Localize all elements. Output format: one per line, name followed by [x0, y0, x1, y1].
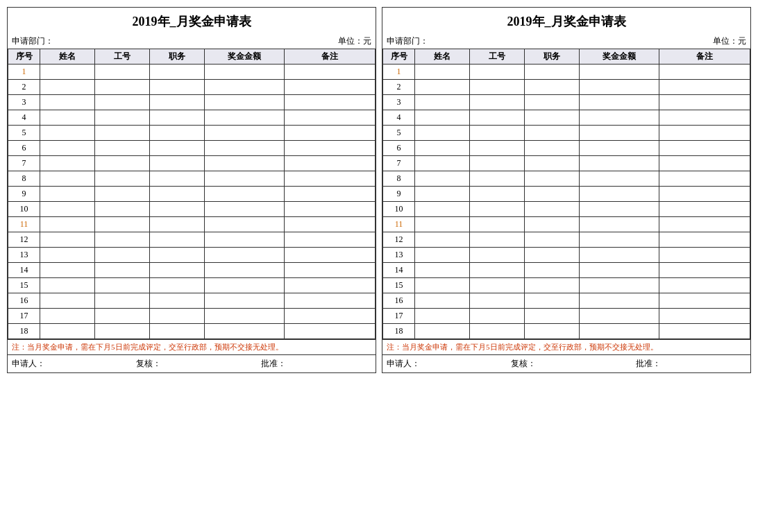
col-header-2-0: 序号	[383, 49, 415, 65]
data-cell-1-11-3	[149, 232, 204, 248]
table-row: 7	[383, 156, 750, 171]
col-header-2-2: 工号	[469, 49, 524, 65]
seq-cell-1-15: 16	[8, 293, 40, 309]
table-row: 3	[383, 95, 750, 110]
data-cell-2-12-3	[524, 248, 579, 263]
data-cell-1-5-1	[40, 141, 95, 156]
table-row: 1	[383, 65, 750, 80]
data-cell-1-8-4	[204, 187, 284, 202]
table-row: 10	[383, 202, 750, 217]
footer-sign-2: 申请人：复核：批准：	[382, 354, 750, 372]
form-block-2: 2019年_月奖金申请表申请部门：单位：元序号姓名工号职务奖金金额备注12345…	[382, 7, 751, 373]
data-cell-2-6-1	[415, 156, 470, 171]
seq-cell-2-15: 16	[383, 293, 415, 309]
data-cell-1-4-3	[149, 126, 204, 141]
table-row: 17	[8, 309, 376, 324]
data-cell-1-2-5	[284, 95, 375, 110]
unit-label-1: 单位：元	[338, 35, 371, 47]
data-cell-2-3-3	[524, 110, 579, 126]
data-cell-1-7-1	[40, 171, 95, 187]
table-row: 5	[383, 126, 750, 141]
data-cell-1-6-1	[40, 156, 95, 171]
data-cell-2-16-3	[524, 309, 579, 324]
data-cell-2-15-5	[659, 293, 750, 309]
data-cell-1-3-3	[149, 110, 204, 126]
data-cell-2-5-2	[469, 141, 524, 156]
data-cell-1-17-3	[149, 324, 204, 339]
data-cell-1-5-5	[284, 141, 375, 156]
table-row: 3	[8, 95, 376, 110]
seq-cell-2-8: 9	[383, 187, 415, 202]
seq-cell-1-2: 3	[8, 95, 40, 110]
data-cell-1-6-5	[284, 156, 375, 171]
data-cell-2-1-5	[659, 80, 750, 95]
data-cell-1-1-2	[94, 80, 149, 95]
data-cell-2-2-5	[659, 95, 750, 110]
data-cell-2-8-2	[469, 187, 524, 202]
seq-cell-1-16: 17	[8, 309, 40, 324]
data-cell-1-3-4	[204, 110, 284, 126]
table-row: 8	[8, 171, 376, 187]
data-cell-2-4-2	[469, 126, 524, 141]
data-cell-2-4-1	[415, 126, 470, 141]
data-cell-1-13-2	[94, 263, 149, 278]
data-cell-1-9-5	[284, 202, 375, 217]
data-cell-2-14-5	[659, 278, 750, 293]
seq-cell-1-6: 7	[8, 156, 40, 171]
data-cell-1-9-2	[94, 202, 149, 217]
col-header-2-1: 姓名	[415, 49, 470, 65]
data-cell-1-12-2	[94, 248, 149, 263]
data-cell-2-9-3	[524, 202, 579, 217]
table-row: 13	[8, 248, 376, 263]
data-cell-1-5-4	[204, 141, 284, 156]
data-cell-2-13-3	[524, 263, 579, 278]
data-cell-1-1-3	[149, 80, 204, 95]
seq-cell-2-3: 4	[383, 110, 415, 126]
seq-cell-1-3: 4	[8, 110, 40, 126]
data-cell-2-8-3	[524, 187, 579, 202]
table-row: 2	[8, 80, 376, 95]
seq-cell-1-14: 15	[8, 278, 40, 293]
table-row: 10	[8, 202, 376, 217]
seq-cell-2-12: 13	[383, 248, 415, 263]
data-cell-1-15-5	[284, 293, 375, 309]
data-cell-1-17-4	[204, 324, 284, 339]
seq-cell-2-9: 10	[383, 202, 415, 217]
table-row: 6	[383, 141, 750, 156]
data-cell-2-14-4	[579, 278, 659, 293]
data-cell-1-0-2	[94, 65, 149, 80]
data-cell-2-17-5	[659, 324, 750, 339]
data-cell-1-2-1	[40, 95, 95, 110]
data-cell-2-7-5	[659, 171, 750, 187]
seq-cell-2-2: 3	[383, 95, 415, 110]
table-row: 7	[8, 156, 376, 171]
data-cell-2-16-1	[415, 309, 470, 324]
seq-cell-2-6: 7	[383, 156, 415, 171]
seq-cell-2-13: 14	[383, 263, 415, 278]
seq-cell-1-0: 1	[8, 65, 40, 80]
data-cell-2-10-2	[469, 217, 524, 232]
data-cell-1-8-5	[284, 187, 375, 202]
data-cell-2-13-5	[659, 263, 750, 278]
table-row: 1	[8, 65, 376, 80]
form-header-1: 申请部门：单位：元	[8, 34, 376, 49]
data-cell-2-0-2	[469, 65, 524, 80]
data-cell-1-7-4	[204, 171, 284, 187]
data-cell-2-8-4	[579, 187, 659, 202]
seq-cell-1-4: 5	[8, 126, 40, 141]
data-cell-2-11-1	[415, 232, 470, 248]
col-header-1-4: 奖金金额	[204, 49, 284, 65]
data-cell-1-4-4	[204, 126, 284, 141]
data-cell-2-17-1	[415, 324, 470, 339]
data-cell-1-14-1	[40, 278, 95, 293]
data-cell-2-7-4	[579, 171, 659, 187]
data-cell-2-3-2	[469, 110, 524, 126]
data-cell-1-2-3	[149, 95, 204, 110]
data-cell-1-1-1	[40, 80, 95, 95]
data-cell-1-6-3	[149, 156, 204, 171]
data-cell-1-2-4	[204, 95, 284, 110]
sign-item-1-2: 批准：	[261, 358, 371, 370]
data-cell-2-12-1	[415, 248, 470, 263]
data-cell-1-5-2	[94, 141, 149, 156]
data-cell-1-7-5	[284, 171, 375, 187]
